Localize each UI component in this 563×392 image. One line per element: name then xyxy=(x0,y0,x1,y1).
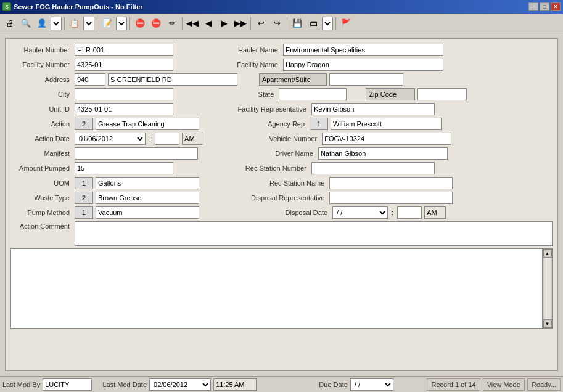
due-date-label: Due Date xyxy=(319,381,347,388)
prev-button[interactable]: ◀ xyxy=(201,16,216,31)
rec-station-name-input[interactable] xyxy=(329,177,453,189)
last-mod-by-input[interactable] xyxy=(43,378,92,391)
pump-method-num-input[interactable] xyxy=(75,206,93,219)
hauler-number-input[interactable] xyxy=(75,44,173,56)
hauler-name-label: Hauler Name xyxy=(225,46,281,54)
maximize-button[interactable]: □ xyxy=(540,2,549,11)
edit-button[interactable]: 📝 xyxy=(100,16,115,31)
sep3 xyxy=(129,17,130,30)
city-input[interactable] xyxy=(75,88,173,100)
rec-station-number-input[interactable] xyxy=(311,162,435,174)
title-text: Sewer FOG Hauler PumpOuts - No Filter xyxy=(14,3,143,10)
unit-id-label: Unit ID xyxy=(10,105,72,113)
back-button[interactable]: ↩ xyxy=(253,16,268,31)
edit-dropdown[interactable] xyxy=(116,17,127,30)
pump-method-input[interactable] xyxy=(96,206,199,219)
action-time-input[interactable] xyxy=(155,133,179,145)
amount-pumped-label: Amount Pumped xyxy=(10,165,72,172)
action-date-select[interactable]: 01/06/2012 xyxy=(75,133,146,145)
facility-number-input[interactable] xyxy=(75,59,173,71)
action-date-label: Action Date xyxy=(10,135,72,142)
delete-button[interactable]: ⛔ xyxy=(133,16,147,31)
row-manifest: Manifest Driver Name xyxy=(10,147,553,160)
disposal-date-label: Disposal Date xyxy=(250,209,330,216)
zip-button[interactable]: Zip Code xyxy=(366,88,415,100)
zip-input[interactable] xyxy=(417,88,467,100)
vehicle-number-label: Vehicle Number xyxy=(252,135,319,142)
last-mod-by-label: Last Mod By xyxy=(2,381,40,388)
scroll-down-button[interactable]: ▼ xyxy=(543,319,552,328)
main-content: Hauler Number Hauler Name Facility Numbe… xyxy=(0,33,563,376)
print-button[interactable]: 🖨 xyxy=(2,16,17,31)
last-mod-date-label: Last Mod Date xyxy=(102,381,147,388)
agency-rep-num-input[interactable] xyxy=(310,118,328,130)
scroll-track xyxy=(543,258,552,319)
waste-type-label: Waste Type xyxy=(10,194,72,202)
rec-station-number-label: Rec Station Number xyxy=(229,165,309,172)
row-address: Address Apartment/Suite xyxy=(10,73,553,86)
row-comment: Action Comment xyxy=(10,221,553,246)
minimize-button[interactable]: _ xyxy=(528,2,538,11)
unit-id-input[interactable] xyxy=(75,103,173,115)
waste-type-input[interactable] xyxy=(96,192,199,204)
disposal-date-select[interactable]: / / xyxy=(332,206,388,219)
action-comment-textarea[interactable] xyxy=(75,221,553,246)
row-pump: Pump Method Disposal Date / / : AM xyxy=(10,206,553,219)
facility-number-label: Facility Number xyxy=(10,61,72,68)
next-button[interactable]: ▶ xyxy=(217,16,232,31)
agency-rep-input[interactable] xyxy=(331,118,442,130)
pencil-button[interactable]: ✏ xyxy=(165,16,179,31)
row-action-date: Action Date 01/06/2012 : AM Vehicle Numb… xyxy=(10,133,553,145)
pump-method-label: Pump Method xyxy=(10,209,72,216)
flag-button[interactable]: 🚩 xyxy=(339,16,353,31)
list-dropdown[interactable] xyxy=(83,17,94,30)
driver-name-input[interactable] xyxy=(318,147,448,160)
address-street-input[interactable] xyxy=(108,73,237,86)
uom-num-input[interactable] xyxy=(75,177,93,189)
user-button[interactable]: 👤 xyxy=(35,16,49,31)
save-button[interactable]: 💾 xyxy=(290,16,305,31)
filter-dropdown[interactable] xyxy=(51,17,62,30)
attach-dropdown[interactable] xyxy=(322,17,333,30)
address-num-input[interactable] xyxy=(75,73,105,86)
record-count: Record 1 of 14 xyxy=(427,378,480,391)
sep7 xyxy=(335,17,336,30)
action-ampm: AM xyxy=(182,133,203,145)
action-input[interactable] xyxy=(96,118,199,130)
action-num-input[interactable] xyxy=(75,118,93,130)
city-label: City xyxy=(10,91,72,98)
apt-suite-button[interactable]: Apartment/Suite xyxy=(259,73,327,86)
close-button[interactable]: ✕ xyxy=(551,2,561,11)
row-action: Action Agency Rep xyxy=(10,118,553,130)
driver-name-label: Driver Name xyxy=(248,150,316,157)
list-button[interactable]: 📋 xyxy=(67,16,82,31)
disposal-time-input[interactable] xyxy=(397,206,422,219)
hauler-name-input[interactable] xyxy=(283,44,443,56)
facility-rep-input[interactable] xyxy=(311,103,435,115)
forward-button[interactable]: ↪ xyxy=(269,16,284,31)
facility-name-label: Facility Name xyxy=(225,61,281,68)
view-mode: View Mode xyxy=(483,378,525,391)
manifest-input[interactable] xyxy=(75,147,198,160)
uom-input[interactable] xyxy=(96,177,199,189)
sep1 xyxy=(64,17,65,30)
apt-suite-input[interactable] xyxy=(329,73,403,86)
cancel-button[interactable]: ⛔ xyxy=(149,16,163,31)
attach-button[interactable]: 🗃 xyxy=(306,16,321,31)
last-button[interactable]: ▶▶ xyxy=(233,16,248,31)
waste-type-num-input[interactable] xyxy=(75,192,93,204)
last-mod-date-select[interactable]: 02/06/2012 xyxy=(149,378,211,391)
bottom-area: ▲ ▼ xyxy=(10,248,553,329)
facility-name-input[interactable] xyxy=(283,59,443,71)
amount-pumped-input[interactable] xyxy=(75,162,173,174)
first-button[interactable]: ◀◀ xyxy=(185,16,200,31)
scroll-up-button[interactable]: ▲ xyxy=(543,249,552,258)
vehicle-number-input[interactable] xyxy=(322,133,451,145)
due-date-select[interactable]: / / xyxy=(350,378,393,391)
sep4 xyxy=(182,17,183,30)
action-time-colon: : xyxy=(149,135,151,142)
disposal-rep-input[interactable] xyxy=(329,192,453,204)
row-hauler: Hauler Number Hauler Name xyxy=(10,44,553,56)
search-button[interactable]: 🔍 xyxy=(18,16,33,31)
state-input[interactable] xyxy=(279,88,347,100)
